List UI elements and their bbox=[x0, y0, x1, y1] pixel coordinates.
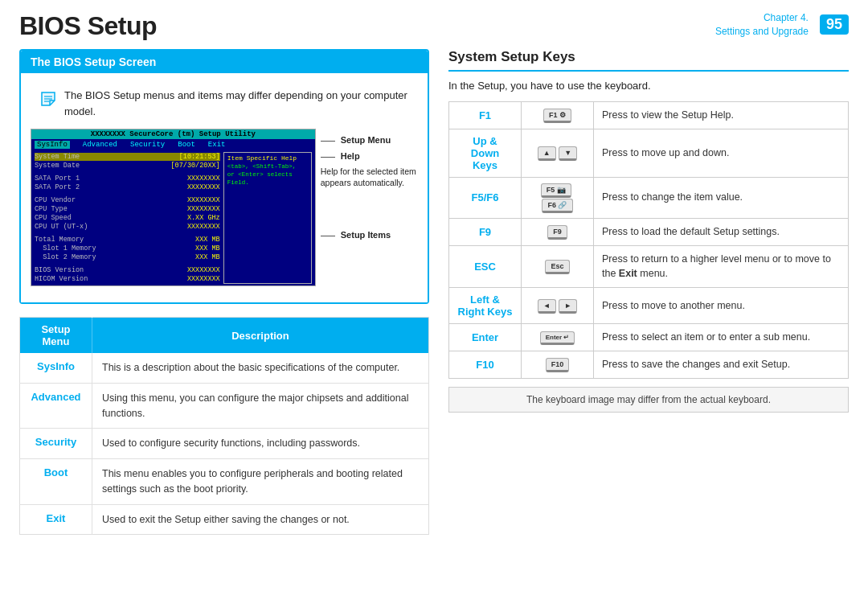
chapter-info: Chapter 4. Settings and Upgrade bbox=[715, 11, 809, 39]
f9-key: F9 bbox=[547, 225, 567, 240]
f5-key: F5 📷 bbox=[541, 183, 571, 198]
desc-cell: Used to exit the Setup either saving the… bbox=[92, 504, 429, 535]
bios-menu-security: Security bbox=[130, 141, 165, 149]
key-desc-cell: Press to select an item or to enter a su… bbox=[594, 324, 849, 351]
bios-help-panel: Item Specific Help <tab>, <Shift-Tab>,or… bbox=[223, 152, 312, 284]
bios-row: Slot 2 Memory XXX MB bbox=[35, 253, 220, 261]
f6-key: F6 🔗 bbox=[542, 199, 572, 213]
bios-row: CPU Speed X.XX GHz bbox=[35, 214, 220, 222]
keys-row: ESCEscPress to return to a higher level … bbox=[449, 245, 849, 288]
system-keys-title: System Setup Keys bbox=[448, 49, 849, 72]
bios-menu-advanced: Advanced bbox=[83, 141, 117, 149]
table-row: SysInfo This is a description about the … bbox=[20, 353, 429, 383]
key-desc-cell: Press to move to another menu. bbox=[594, 288, 849, 324]
keyboard-note: The keyboard image may differ from the a… bbox=[448, 387, 849, 413]
desc-cell: Using this menu, you can configure the m… bbox=[92, 383, 429, 429]
key-btn-cell: F5 📷 F6 🔗 bbox=[522, 177, 594, 218]
f1-key: F1 ⚙ bbox=[543, 109, 571, 123]
main-content: The BIOS Setup Screen The BIOS Setup men… bbox=[0, 41, 868, 548]
left-panel: The BIOS Setup Screen The BIOS Setup men… bbox=[19, 49, 429, 535]
keys-row: F10F10Press to save the changes and exit… bbox=[449, 351, 849, 378]
setup-menu-table: Setup Menu Description SysInfo This is a… bbox=[19, 317, 429, 535]
bios-row: SATA Port 2 XXXXXXXX bbox=[35, 183, 220, 191]
page-header: BIOS Setup Chapter 4. Settings and Upgra… bbox=[0, 0, 868, 41]
note-text: The BIOS Setup menus and items may diffe… bbox=[64, 88, 410, 119]
keys-table: F1F1 ⚙Press to view the Setup Help.Up & … bbox=[448, 101, 849, 379]
bios-help-text: <tab>, <Shift-Tab>,or <Enter> selectsFie… bbox=[227, 163, 308, 187]
key-desc-cell: Press to load the default Setup settings… bbox=[594, 218, 849, 245]
section-body: The BIOS Setup menus and items may diffe… bbox=[21, 73, 428, 302]
bios-help-title: Item Specific Help bbox=[227, 154, 308, 162]
note-icon bbox=[39, 89, 58, 109]
menu-cell: Security bbox=[20, 429, 92, 459]
bios-screen: XXXXXXXX SecureCore (tm) Setup Utility S… bbox=[31, 129, 316, 286]
desc-cell: This menu enables you to configure perip… bbox=[92, 459, 429, 505]
key-btn-cell: Esc bbox=[522, 245, 594, 288]
down-key: ▼ bbox=[559, 146, 577, 161]
bios-row: CPU Type XXXXXXXX bbox=[35, 205, 220, 213]
left-key: ◄ bbox=[538, 299, 556, 314]
key-name-cell: Up & Down Keys bbox=[449, 129, 522, 177]
key-name-cell: Enter bbox=[449, 324, 522, 351]
key-btn-cell: F1 ⚙ bbox=[522, 102, 594, 129]
callout-setup-items: Setup Items bbox=[321, 230, 391, 240]
menu-cell: Exit bbox=[20, 504, 92, 535]
key-desc-cell: Press to change the item value. bbox=[594, 177, 849, 218]
keys-row: F1F1 ⚙Press to view the Setup Help. bbox=[449, 102, 849, 129]
key-name-cell: F5/F6 bbox=[449, 177, 522, 218]
keys-row: Left & Right Keys◄ ►Press to move to ano… bbox=[449, 288, 849, 324]
bios-menu-exit: Exit bbox=[208, 141, 226, 149]
bios-menu-boot: Boot bbox=[178, 141, 195, 149]
keys-row: EnterEnter ↵Press to select an item or t… bbox=[449, 324, 849, 351]
keys-row: F5/F6F5 📷 F6 🔗Press to change the item v… bbox=[449, 177, 849, 218]
bios-title: XXXXXXXX SecureCore (tm) Setup Utility bbox=[31, 129, 315, 139]
keys-row: F9F9Press to load the default Setup sett… bbox=[449, 218, 849, 245]
section-header: The BIOS Setup Screen bbox=[21, 51, 428, 73]
bios-row: System Time [10:21:53] bbox=[35, 153, 220, 161]
desc-cell: Used to configure security functions, in… bbox=[92, 429, 429, 459]
table-row: Security Used to configure security func… bbox=[20, 429, 429, 459]
note-box: The BIOS Setup menus and items may diffe… bbox=[31, 81, 418, 125]
callout-help: Help bbox=[321, 151, 360, 161]
key-desc-cell: Press to move up and down. bbox=[594, 129, 849, 177]
callout-help-desc: Help for the selected item appears autom… bbox=[321, 166, 418, 188]
key-name-cell: Left & Right Keys bbox=[449, 288, 522, 324]
key-btn-cell: F9 bbox=[522, 218, 594, 245]
bios-body: System Time [10:21:53] System Date [07/3… bbox=[31, 150, 315, 285]
bios-row: System Date [07/30/20XX] bbox=[35, 162, 220, 170]
right-panel: System Setup Keys In the Setup, you have… bbox=[448, 49, 849, 535]
right-key: ► bbox=[559, 299, 577, 314]
bios-row: Total Memory XXX MB bbox=[35, 236, 220, 244]
bios-row: Slot 1 Memory XXX MB bbox=[35, 244, 220, 253]
bios-row: HICOM Version XXXXXXXX bbox=[35, 275, 220, 283]
keys-row: Up & Down Keys▲ ▼Press to move up and do… bbox=[449, 129, 849, 177]
key-btn-cell: ▲ ▼ bbox=[522, 129, 594, 177]
bios-row: CPU Vendor XXXXXXXX bbox=[35, 196, 220, 204]
menu-cell: Boot bbox=[20, 459, 92, 505]
menu-cell: Advanced bbox=[20, 383, 92, 429]
chapter-sub: Settings and Upgrade bbox=[715, 25, 809, 39]
enter-key: Enter ↵ bbox=[540, 331, 575, 345]
table-header-menu: Setup Menu bbox=[20, 318, 92, 354]
table-row: Exit Used to exit the Setup either savin… bbox=[20, 504, 429, 535]
key-desc-cell: Press to return to a higher level menu o… bbox=[594, 245, 849, 288]
desc-cell: This is a description about the basic sp… bbox=[92, 353, 429, 383]
key-name-cell: F10 bbox=[449, 351, 522, 378]
table-header-desc: Description bbox=[92, 318, 429, 354]
key-desc-cell: Press to view the Setup Help. bbox=[594, 102, 849, 129]
bios-row: CPU UT (UT-x) XXXXXXXX bbox=[35, 223, 220, 231]
bios-setup-section: The BIOS Setup Screen The BIOS Setup men… bbox=[19, 49, 429, 304]
chapter-label: Chapter 4. bbox=[715, 11, 809, 25]
key-name-cell: ESC bbox=[449, 245, 522, 288]
key-name-cell: F9 bbox=[449, 218, 522, 245]
up-key: ▲ bbox=[538, 146, 556, 161]
key-btn-cell: Enter ↵ bbox=[522, 324, 594, 351]
page-title: BIOS Setup bbox=[19, 11, 157, 41]
key-desc-cell: Press to save the changes and exit Setup… bbox=[594, 351, 849, 378]
callout-setup-menu: Setup Menu bbox=[321, 135, 391, 145]
esc-key: Esc bbox=[545, 260, 569, 274]
key-btn-cell: ◄ ► bbox=[522, 288, 594, 324]
bios-row: SATA Port 1 XXXXXXXX bbox=[35, 175, 220, 183]
key-btn-cell: F10 bbox=[522, 351, 594, 378]
table-row: Advanced Using this menu, you can config… bbox=[20, 383, 429, 429]
